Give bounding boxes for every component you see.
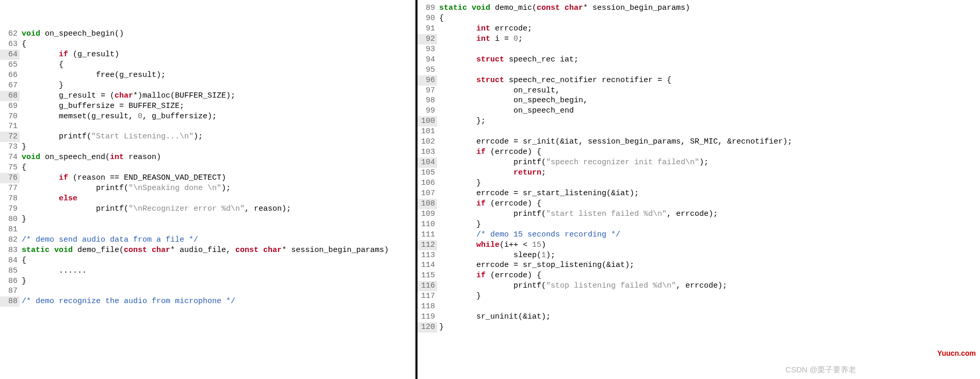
code-content: g_buffersize = BUFFER_SIZE; bbox=[20, 101, 184, 112]
code-content: else bbox=[20, 194, 77, 204]
line-number: 97 bbox=[417, 86, 437, 96]
code-line: 103 if (errcode) { bbox=[417, 147, 980, 157]
code-line: 87 bbox=[0, 286, 415, 296]
line-number: 74 bbox=[0, 152, 20, 163]
code-content: int i = 0; bbox=[437, 34, 523, 44]
code-line: 104 printf("speech recognizer init faile… bbox=[417, 157, 980, 168]
code-content bbox=[437, 44, 439, 55]
line-number: 62 bbox=[0, 29, 20, 39]
code-line: 86} bbox=[0, 276, 415, 287]
code-line: 105 return; bbox=[417, 168, 980, 178]
code-line: 91 int errcode; bbox=[417, 24, 980, 34]
code-content: } bbox=[20, 214, 26, 225]
code-content: printf("\nRecognizer error %d\n", reason… bbox=[20, 204, 291, 214]
code-content: on_speech_begin, bbox=[437, 96, 588, 106]
code-line: 79 printf("\nRecognizer error %d\n", rea… bbox=[0, 204, 415, 214]
line-number: 93 bbox=[417, 44, 437, 55]
line-number: 114 bbox=[417, 260, 437, 271]
code-line: 84{ bbox=[0, 256, 415, 266]
code-content: struct speech_rec_notifier recnotifier =… bbox=[437, 75, 671, 86]
code-line: 72 printf("Start Listening...\n"); bbox=[0, 132, 415, 142]
code-content: } bbox=[437, 219, 481, 230]
code-line: 94 struct speech_rec iat; bbox=[417, 55, 980, 65]
code-content: errcode = sr_stop_listening(&iat); bbox=[437, 260, 634, 271]
line-number: 91 bbox=[417, 24, 437, 34]
code-line: 95 bbox=[417, 65, 980, 75]
line-number: 109 bbox=[417, 209, 437, 219]
line-number: 105 bbox=[417, 168, 437, 178]
code-content: printf("speech recognizer init failed\n"… bbox=[437, 157, 709, 168]
code-content bbox=[437, 127, 439, 137]
code-content bbox=[437, 65, 439, 75]
line-number: 81 bbox=[0, 225, 20, 235]
code-line: 77 printf("\nSpeaking done \n"); bbox=[0, 183, 415, 194]
code-line: 110 } bbox=[417, 219, 980, 230]
code-content: printf("\nSpeaking done \n"); bbox=[20, 183, 231, 194]
line-number: 88 bbox=[0, 296, 20, 307]
code-content: { bbox=[20, 256, 26, 266]
code-line: 65 { bbox=[0, 60, 415, 70]
code-line: 74void on_speech_end(int reason) bbox=[0, 152, 415, 163]
line-number: 99 bbox=[417, 106, 437, 116]
code-line: 96 struct speech_rec_notifier recnotifie… bbox=[417, 75, 980, 86]
code-content: { bbox=[437, 13, 444, 24]
line-number: 98 bbox=[417, 96, 437, 106]
code-line: 100 }; bbox=[417, 116, 980, 127]
code-line: 115 if (errcode) { bbox=[417, 271, 980, 281]
code-line: 98 on_speech_begin, bbox=[417, 96, 980, 106]
watermark-yuucn: Yuucn.com bbox=[937, 349, 976, 358]
code-content: struct speech_rec iat; bbox=[437, 55, 579, 65]
code-content: g_result = (char*)malloc(BUFFER_SIZE); bbox=[20, 91, 235, 101]
code-content: free(g_result); bbox=[20, 70, 166, 81]
code-content: printf("Start Listening...\n"); bbox=[20, 132, 203, 142]
code-content: { bbox=[20, 39, 26, 50]
code-content: ...... bbox=[20, 266, 87, 276]
code-content: } bbox=[20, 81, 63, 91]
code-line: 101 bbox=[417, 127, 980, 137]
code-line: 80} bbox=[0, 214, 415, 225]
code-content: return; bbox=[437, 168, 546, 178]
code-line: 71 bbox=[0, 121, 415, 132]
line-number: 80 bbox=[0, 214, 20, 225]
code-content bbox=[20, 286, 22, 296]
code-content: memset(g_result, 0, g_buffersize); bbox=[20, 112, 217, 122]
line-number: 72 bbox=[0, 132, 20, 142]
code-content: errcode = sr_init(&iat, session_begin_pa… bbox=[437, 137, 792, 147]
code-line: 73} bbox=[0, 142, 415, 152]
code-line: 63{ bbox=[0, 39, 415, 50]
code-content: int errcode; bbox=[437, 24, 532, 34]
code-content: } bbox=[437, 322, 444, 333]
line-number: 71 bbox=[0, 121, 20, 132]
code-content: if (errcode) { bbox=[437, 271, 541, 281]
code-line: 90{ bbox=[417, 13, 980, 24]
left-code-panel: 62void on_speech_begin()63{64 if (g_resu… bbox=[0, 0, 415, 379]
line-number: 120 bbox=[417, 322, 437, 333]
code-content bbox=[20, 121, 22, 132]
line-number: 106 bbox=[417, 178, 437, 188]
code-line: 111 /* demo 15 seconds recording */ bbox=[417, 230, 980, 240]
code-line: 97 on_result, bbox=[417, 86, 980, 96]
code-line: 76 if (reason == END_REASON_VAD_DETECT) bbox=[0, 173, 415, 183]
code-content: if (reason == END_REASON_VAD_DETECT) bbox=[20, 173, 226, 183]
line-number: 79 bbox=[0, 204, 20, 214]
code-content: static void demo_mic(const char* session… bbox=[437, 3, 690, 13]
line-number: 112 bbox=[417, 240, 437, 250]
line-number: 104 bbox=[417, 157, 437, 168]
line-number: 84 bbox=[0, 256, 20, 266]
code-line: 107 errcode = sr_start_listening(&iat); bbox=[417, 188, 980, 199]
code-content: }; bbox=[437, 116, 486, 127]
code-content: on_result, bbox=[437, 86, 560, 96]
watermark-csdn: CSDN @栗子要养老 bbox=[785, 365, 856, 375]
code-content: on_speech_end bbox=[437, 106, 574, 116]
code-line: 113 sleep(1); bbox=[417, 250, 980, 261]
code-content bbox=[437, 302, 439, 312]
code-content: { bbox=[20, 60, 63, 70]
code-content: if (g_result) bbox=[20, 50, 119, 60]
code-line: 85 ...... bbox=[0, 266, 415, 276]
line-number: 116 bbox=[417, 281, 437, 291]
line-number: 117 bbox=[417, 291, 437, 302]
code-line: 88/* demo recognize the audio from micro… bbox=[0, 296, 415, 307]
line-number: 103 bbox=[417, 147, 437, 157]
line-number: 75 bbox=[0, 163, 20, 173]
line-number: 65 bbox=[0, 60, 20, 70]
